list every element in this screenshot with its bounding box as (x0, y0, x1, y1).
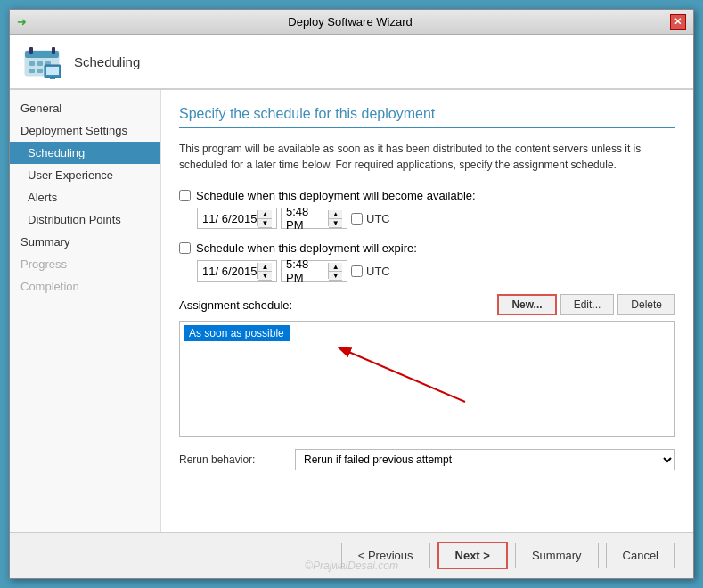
wizard-footer: < Previous Next > Summary Cancel (10, 532, 693, 578)
available-utc-label: UTC (366, 212, 390, 225)
new-button[interactable]: New... (497, 294, 556, 315)
available-date-value: 11/ 6/2015 (202, 212, 257, 225)
listbox-item-as-soon-as-possible[interactable]: As soon as possible (184, 325, 290, 341)
schedule-available-checkbox[interactable] (179, 190, 191, 201)
svg-rect-4 (29, 61, 35, 66)
next-button[interactable]: Next > (437, 542, 508, 569)
expire-checkbox-row: Schedule when this deployment will expir… (179, 241, 675, 255)
date-available-spin-down[interactable]: ▼ (258, 219, 272, 228)
green-arrow-icon: ➜ (17, 15, 27, 29)
sidebar-item-progress: Progress (10, 253, 160, 275)
sidebar-item-completion: Completion (10, 275, 160, 298)
sidebar-item-summary[interactable]: Summary (10, 231, 160, 253)
sidebar-item-scheduling[interactable]: Scheduling (10, 142, 160, 164)
svg-rect-5 (37, 61, 43, 66)
sidebar: General Deployment Settings Scheduling U… (10, 90, 161, 532)
title-bar: ➜ Deploy Software Wizard ✕ (10, 10, 693, 35)
svg-rect-8 (37, 69, 43, 73)
sidebar-item-deployment-settings[interactable]: Deployment Settings (10, 119, 160, 142)
expire-utc-label: UTC (366, 265, 390, 278)
rerun-select[interactable]: Never rerun deployed program Always reru… (295, 449, 675, 470)
sidebar-item-general[interactable]: General (10, 97, 160, 119)
assignment-listbox[interactable]: As soon as possible (179, 321, 675, 437)
available-utc-checkbox[interactable] (351, 213, 363, 225)
expire-date-input[interactable]: 11/ 6/2015 ▲ ▼ (197, 260, 277, 282)
description-text: This program will be available as soon a… (179, 141, 675, 173)
assignment-buttons: New... Edit... Delete (497, 294, 675, 315)
svg-rect-2 (29, 47, 33, 54)
expire-utc-row: UTC (351, 265, 390, 278)
content-area: General Deployment Settings Scheduling U… (10, 90, 693, 532)
assignment-label: Assignment schedule: (179, 298, 292, 312)
wizard-window: ➜ Deploy Software Wizard ✕ Scheduling Ge… (9, 9, 694, 579)
window-title: Deploy Software Wizard (288, 15, 412, 29)
expire-time-input[interactable]: 5:48 PM ▲ ▼ (281, 260, 347, 282)
svg-rect-11 (50, 78, 55, 79)
svg-rect-7 (29, 69, 35, 73)
sidebar-item-distribution-points[interactable]: Distribution Points (10, 208, 160, 231)
expire-datetime-row: 11/ 6/2015 ▲ ▼ 5:48 PM ▲ ▼ UTC (197, 260, 675, 282)
available-datetime-row: 11/ 6/2015 ▲ ▼ 5:48 PM ▲ ▼ UTC (197, 208, 675, 229)
time-expire-spin-up[interactable]: ▲ (329, 263, 342, 272)
edit-button[interactable]: Edit... (560, 294, 615, 315)
delete-button[interactable]: Delete (617, 294, 675, 315)
schedule-expire-label: Schedule when this deployment will expir… (196, 241, 417, 255)
schedule-available-label: Schedule when this deployment will becom… (196, 189, 476, 202)
time-available-spin-down[interactable]: ▼ (329, 219, 342, 228)
time-available-spin-up[interactable]: ▲ (329, 210, 342, 219)
date-available-spin-up[interactable]: ▲ (258, 210, 272, 219)
main-panel: Specify the schedule for this deployment… (161, 90, 693, 532)
assignment-row: Assignment schedule: New... Edit... Dele… (179, 294, 675, 315)
svg-rect-3 (52, 47, 55, 54)
schedule-expire-checkbox[interactable] (179, 242, 191, 254)
available-checkbox-row: Schedule when this deployment will becom… (179, 189, 675, 202)
sidebar-item-user-experience[interactable]: User Experience (10, 164, 160, 186)
available-time-input[interactable]: 5:48 PM ▲ ▼ (281, 208, 347, 229)
expire-date-value: 11/ 6/2015 (202, 265, 257, 278)
available-utc-row: UTC (351, 212, 390, 225)
rerun-row: Rerun behavior: Never rerun deployed pro… (179, 449, 675, 470)
annotation-arrow (323, 339, 483, 411)
previous-button[interactable]: < Previous (341, 543, 430, 568)
wizard-header: Scheduling (10, 35, 693, 90)
expire-time-value: 5:48 PM (286, 257, 328, 284)
available-time-value: 5:48 PM (286, 205, 328, 232)
scheduling-icon (23, 44, 63, 79)
svg-line-13 (340, 348, 465, 402)
close-button[interactable]: ✕ (670, 14, 686, 30)
svg-rect-10 (46, 67, 59, 75)
available-date-input[interactable]: 11/ 6/2015 ▲ ▼ (197, 208, 277, 229)
date-expire-spin-up[interactable]: ▲ (258, 263, 272, 272)
rerun-label: Rerun behavior: (179, 453, 286, 466)
summary-button[interactable]: Summary (515, 543, 599, 568)
time-expire-spin-down[interactable]: ▼ (329, 272, 342, 281)
sidebar-item-alerts[interactable]: Alerts (10, 186, 160, 208)
cancel-button[interactable]: Cancel (606, 543, 675, 568)
date-expire-spin-down[interactable]: ▼ (258, 272, 272, 281)
section-title: Specify the schedule for this deployment (179, 106, 675, 128)
expire-utc-checkbox[interactable] (351, 265, 363, 277)
header-title: Scheduling (74, 54, 140, 69)
